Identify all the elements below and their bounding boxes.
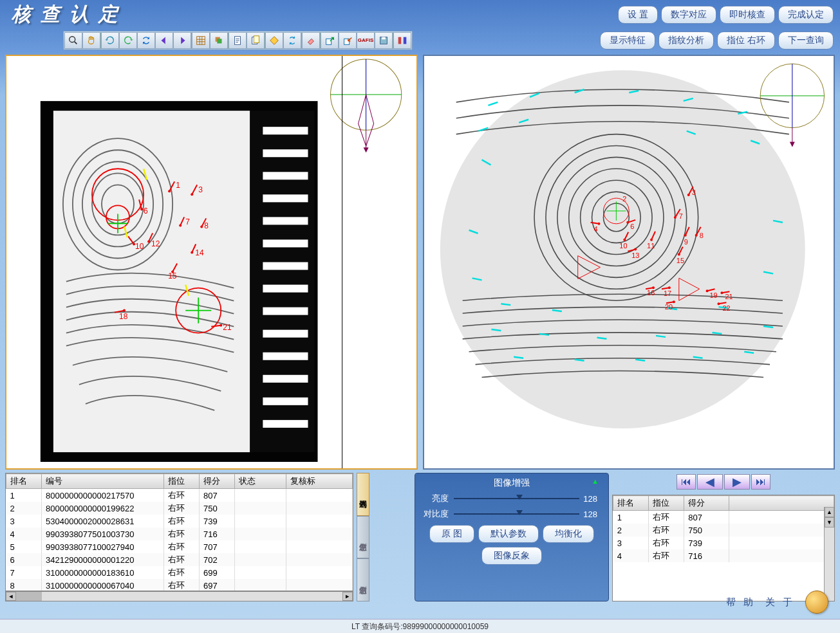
tab-right-info[interactable]: 右侧信息 xyxy=(357,558,369,601)
svg-text:14: 14 xyxy=(195,248,204,257)
svg-rect-8 xyxy=(217,39,221,43)
scol-blank[interactable] xyxy=(729,496,834,511)
svg-text:8: 8 xyxy=(204,221,209,230)
candidate-table[interactable]: 排名 编号 指位 得分 状态 复核标 18000000000000217570右… xyxy=(6,473,353,591)
play-button[interactable] xyxy=(805,591,828,614)
sync-icon[interactable] xyxy=(283,32,301,49)
brightness-label: 亮度 xyxy=(422,493,454,504)
main-toolbar: GAFIS xyxy=(63,31,413,50)
table-row[interactable]: 4右环716 xyxy=(613,549,834,562)
table-row[interactable]: 59903938077100027940右环707 xyxy=(6,540,353,553)
table-row[interactable]: 35304000002000028631右环739 xyxy=(6,515,353,528)
svg-rect-2 xyxy=(197,36,205,44)
table-row[interactable]: 83100000000000067040右环697 xyxy=(6,579,353,591)
arrow-left-icon[interactable] xyxy=(155,32,173,49)
candidate-list-panel: 排名 编号 指位 得分 状态 复核标 18000000000000217570右… xyxy=(5,473,353,601)
enhance-title: 图像增强 xyxy=(422,477,602,489)
grid-icon[interactable] xyxy=(192,32,210,49)
doc2-icon[interactable] xyxy=(247,32,265,49)
hand-icon[interactable] xyxy=(82,32,100,49)
help-link[interactable]: 帮 助 xyxy=(726,596,756,609)
left-fingerprint-panel[interactable]: 1 3 6 7 8 10 12 14 15 18 21 xyxy=(5,55,418,470)
right-fingerprint-panel[interactable]: 2 3 4 6 7 8 9 10 11 13 15 17 16 19 20 21… xyxy=(423,55,835,470)
svg-text:6: 6 xyxy=(144,206,148,216)
equalize-button[interactable]: 均衡化 xyxy=(543,525,594,543)
table-row[interactable]: 2右环750 xyxy=(613,524,834,537)
svg-rect-28 xyxy=(263,149,308,157)
tab-left-info[interactable]: 左侧信息 xyxy=(357,516,369,559)
nav-prev-icon[interactable]: ◀ xyxy=(697,474,723,490)
instant-check-button[interactable]: 即时核查 xyxy=(720,6,775,24)
svg-text:3: 3 xyxy=(198,185,203,194)
image-enhance-panel: 图像增强 亮度 128 对比度 128 原 图 默认参数 均衡化 图像反象 xyxy=(415,473,610,601)
digital-match-button[interactable]: 数字对应 xyxy=(661,6,716,24)
rotate-left-icon[interactable] xyxy=(101,32,119,49)
svg-point-0 xyxy=(70,36,75,42)
scol-score[interactable]: 得分 xyxy=(684,496,729,511)
contrast-slider[interactable] xyxy=(454,513,580,515)
about-link[interactable]: 关 于 xyxy=(765,596,795,609)
svg-rect-15 xyxy=(382,37,385,39)
table-row[interactable]: 73100000000000183610右环699 xyxy=(6,566,353,579)
col-score[interactable]: 得分 xyxy=(200,474,235,489)
table-row[interactable]: 49903938077501003730右环716 xyxy=(6,528,353,540)
contrast-value: 128 xyxy=(579,509,602,519)
arrow-right-icon[interactable] xyxy=(173,32,191,49)
svg-rect-40 xyxy=(263,420,308,428)
next-query-button[interactable]: 下一查询 xyxy=(778,32,834,50)
complete-button[interactable]: 完成认定 xyxy=(778,6,834,24)
svg-rect-31 xyxy=(263,217,308,225)
refresh-icon[interactable] xyxy=(137,32,155,49)
tab-candidates[interactable]: 候选列表 xyxy=(357,473,369,516)
table-row[interactable]: 63421290000000001220右环702 xyxy=(6,553,353,566)
nav-last-icon[interactable]: ⏭ xyxy=(751,474,770,490)
settings-button[interactable]: 设 置 xyxy=(618,6,658,24)
rotate-right-icon[interactable] xyxy=(119,32,137,49)
gafis-icon[interactable]: GAFIS xyxy=(357,32,375,49)
invert-button[interactable]: 图像反象 xyxy=(481,547,542,565)
import-icon[interactable] xyxy=(339,32,357,49)
svg-text:7: 7 xyxy=(678,212,682,220)
analyze-button[interactable]: 指纹分析 xyxy=(658,32,714,50)
export-icon[interactable] xyxy=(321,32,339,49)
svg-text:12: 12 xyxy=(151,239,160,248)
svg-text:10: 10 xyxy=(619,242,627,250)
score-table[interactable]: 排名 指位 得分 1右环8072右环7503右环7394右环716 xyxy=(613,495,834,562)
table-row[interactable]: 28000000000000199622右环750 xyxy=(6,502,353,515)
compare-icon[interactable] xyxy=(393,32,411,49)
scol-rank[interactable]: 排名 xyxy=(613,496,649,511)
svg-line-1 xyxy=(75,41,77,44)
col-rank[interactable]: 排名 xyxy=(6,474,42,489)
brightness-slider[interactable] xyxy=(454,498,580,499)
zoom-icon[interactable] xyxy=(64,32,82,49)
scol-finger[interactable]: 指位 xyxy=(649,496,684,511)
disk-icon[interactable] xyxy=(375,32,393,49)
svg-text:18: 18 xyxy=(119,312,128,321)
doc1-icon[interactable] xyxy=(229,32,247,49)
eraser-icon[interactable] xyxy=(302,32,320,49)
layers-icon[interactable] xyxy=(210,32,228,49)
score-vscroll[interactable]: ▲▼ xyxy=(824,507,834,601)
table-row[interactable]: 1右环807 xyxy=(613,511,834,524)
diamond-icon[interactable] xyxy=(265,32,283,49)
table-row[interactable]: 18000000000000217570右环807 xyxy=(6,489,353,502)
finger-position-button[interactable]: 指位 右环 xyxy=(717,32,775,50)
col-id[interactable]: 编号 xyxy=(42,474,164,489)
svg-rect-27 xyxy=(263,127,308,134)
original-image-button[interactable]: 原 图 xyxy=(429,525,474,543)
table-row[interactable]: 3右环739 xyxy=(613,537,834,549)
col-finger[interactable]: 指位 xyxy=(164,474,200,489)
svg-rect-35 xyxy=(263,307,308,315)
col-review[interactable]: 复核标 xyxy=(286,474,353,489)
svg-text:15: 15 xyxy=(168,271,177,280)
svg-text:20: 20 xyxy=(664,303,672,311)
svg-text:11: 11 xyxy=(647,242,655,250)
show-features-button[interactable]: 显示特征 xyxy=(600,32,655,50)
nav-first-icon[interactable]: ⏮ xyxy=(677,474,696,490)
col-status[interactable]: 状态 xyxy=(235,474,286,489)
default-params-button[interactable]: 默认参数 xyxy=(478,525,539,543)
table-hscroll[interactable]: ◄► xyxy=(5,591,353,601)
nav-next-icon[interactable]: ▶ xyxy=(724,474,750,490)
svg-text:7: 7 xyxy=(185,217,190,226)
svg-rect-36 xyxy=(263,330,308,338)
